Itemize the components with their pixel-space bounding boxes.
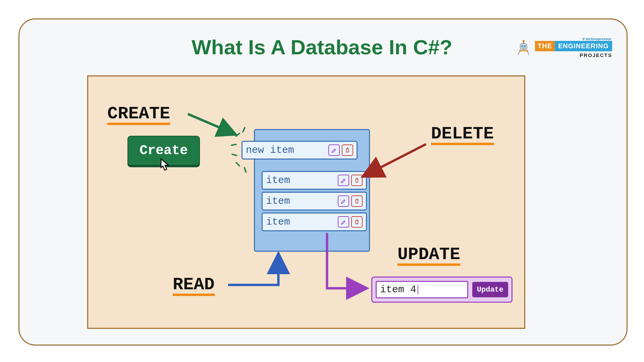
caret-icon (418, 285, 418, 294)
update-input-text: item 4 (380, 284, 416, 295)
update-button[interactable]: Update (472, 282, 508, 297)
label-update: UPDATE (397, 245, 460, 266)
row-new-label: new item (246, 144, 294, 156)
edit-icon[interactable] (338, 175, 349, 186)
row-new-item: new item (241, 141, 358, 160)
svg-rect-1 (523, 42, 524, 44)
edit-icon[interactable] (338, 195, 349, 207)
row3-label: item (266, 216, 290, 228)
trash-icon[interactable] (351, 195, 363, 207)
row-item-2: item (262, 192, 367, 210)
label-read: READ (173, 275, 215, 296)
row-item-1: item (262, 171, 367, 190)
row-item-3: item (262, 213, 367, 231)
svg-point-4 (524, 45, 526, 47)
robot-icon (516, 37, 532, 56)
trash-icon[interactable] (351, 175, 363, 186)
svg-rect-2 (520, 44, 527, 50)
cursor-icon (158, 158, 172, 173)
row1-label: item (266, 175, 290, 186)
brand-text: # technopreneur THE ENGINEERING PROJECTS (535, 37, 612, 58)
edit-icon[interactable] (328, 144, 340, 156)
brand-eng: ENGINEERING (555, 41, 612, 51)
update-box: item 4 Update (371, 277, 513, 303)
trash-icon[interactable] (342, 144, 353, 156)
brand-logo: # technopreneur THE ENGINEERING PROJECTS (516, 37, 612, 58)
trash-icon[interactable] (351, 216, 363, 228)
brand-tag: # technopreneur (583, 37, 611, 41)
brand-projects: PROJECTS (580, 52, 612, 58)
svg-point-3 (521, 45, 523, 47)
label-create: CREATE (107, 104, 170, 125)
update-input[interactable]: item 4 (376, 281, 468, 298)
edit-icon[interactable] (338, 216, 349, 228)
label-delete: DELETE (431, 124, 494, 145)
brand-the: THE (535, 41, 555, 51)
row2-label: item (266, 195, 290, 207)
svg-rect-5 (522, 48, 525, 49)
